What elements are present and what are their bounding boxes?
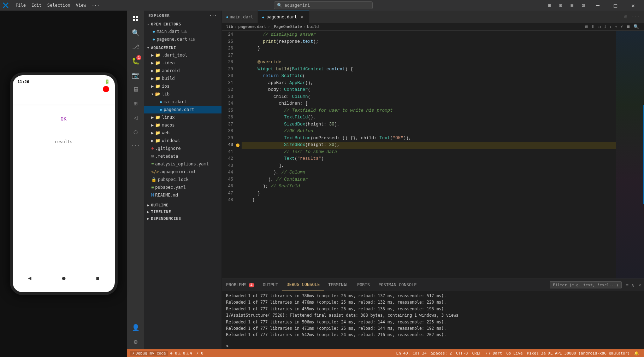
menu-more[interactable]: ··· [89, 2, 102, 8]
menu-file[interactable]: File [13, 2, 29, 8]
folder-icon-linux: 📁 [155, 115, 160, 120]
layout-icon-3[interactable]: ⊞ [567, 1, 577, 9]
status-line-ending[interactable]: CRLF [470, 351, 484, 356]
project-header[interactable]: ▾ AQUAGEMINI [144, 45, 221, 51]
tree-readme[interactable]: M README.md [144, 191, 221, 199]
tree-metadata[interactable]: ⊡ .metadata [144, 152, 221, 160]
toolbar-step-over-icon[interactable]: ⤵ [603, 23, 607, 30]
activity-camera[interactable]: 📷 [129, 69, 142, 81]
tree-ios[interactable]: ▶ 📁 ios [144, 82, 221, 90]
status-encoding[interactable]: UTF-8 [454, 351, 470, 356]
toolbar-step-out-icon[interactable]: ↑ [614, 23, 618, 30]
layout-icon-1[interactable]: ⊞ [544, 1, 554, 9]
tree-android[interactable]: ▶ 📁 android [144, 67, 221, 75]
tree-gitignore[interactable]: ⊗ .gitignore [144, 145, 221, 152]
status-golive[interactable]: Go Live [504, 351, 525, 356]
activity-monitor[interactable]: 🖥 [129, 83, 142, 95]
activity-more[interactable]: ··· [129, 139, 142, 152]
menu-selection[interactable]: Selection [45, 2, 73, 8]
status-position[interactable]: Ln 40, Col 34 [394, 351, 429, 356]
tree-web[interactable]: ▶ 📁 web [144, 129, 221, 137]
panel-close-icon[interactable]: ✕ [636, 282, 644, 288]
panel-tab-problems[interactable]: PROBLEMS 4 [222, 279, 259, 291]
toolbar-stop-icon[interactable]: ⏹ [625, 23, 631, 30]
status-bell-icon[interactable]: 🔔 [632, 351, 641, 356]
toolbar-restart-icon[interactable]: ↺ [598, 23, 602, 30]
tab-pageone-dart[interactable]: ◆ pageone.dart ✕ [258, 11, 309, 23]
layout-icon-2[interactable]: ⊟ [556, 1, 566, 9]
panel-tab-postman[interactable]: POSTMAN CONSOLE [374, 279, 421, 291]
phone-nav-home[interactable]: ● [62, 275, 66, 281]
breadcrumb-class[interactable]: _PageOneState [272, 24, 302, 29]
tree-linux[interactable]: ▶ 📁 linux [144, 113, 221, 121]
tree-iml[interactable]: </> aquagemini.iml [144, 168, 221, 176]
breadcrumb-method[interactable]: build [307, 24, 319, 29]
phone-nav-recent[interactable]: ■ [96, 275, 99, 281]
status-branch[interactable]: ⚡ Debug my code [130, 351, 168, 356]
code-line-39: TextButton(onPressed: () {}, child: Text… [242, 135, 616, 142]
tab-close-icon[interactable]: ✕ [299, 14, 305, 20]
activity-account[interactable]: 👤 [129, 321, 142, 334]
panel-tab-debug-console[interactable]: DEBUG CONSOLE [282, 279, 324, 291]
status-device[interactable]: Pixel 3a XL API 30000 (android-x86 emula… [525, 351, 632, 356]
layout-icon-4[interactable]: ⊡ [578, 1, 588, 9]
log-line-7: Reloaded 1 of 777 libraries in 542ms (co… [226, 332, 640, 338]
tree-idea[interactable]: ▶ 📁 .idea [144, 59, 221, 67]
activity-debug[interactable]: 🐛 1 [129, 54, 142, 67]
open-editor-item-main[interactable]: ◆ main.dart lib [144, 28, 221, 35]
status-language[interactable]: {} Dart [484, 351, 504, 356]
panel-filter-input[interactable]: Filter (e.g. text, !excl...) [550, 281, 621, 288]
status-errors[interactable]: ⊗ 0 ⚠ 0 ⚠ 4 [168, 351, 194, 356]
tree-analysis[interactable]: ≡ analysis_options.yaml [144, 160, 221, 168]
tree-build[interactable]: ▶ 📁 build [144, 75, 221, 82]
tree-pubspec-lock[interactable]: 🔒 pubspec.lock [144, 176, 221, 183]
open-editor-item-pageone[interactable]: ◆ pageone.dart lib [144, 35, 221, 43]
breadcrumb-lib[interactable]: lib [226, 24, 233, 29]
minimize-button[interactable]: ─ [590, 0, 606, 11]
tree-dart-tool[interactable]: ▶ 📁 .dart_tool [144, 51, 221, 59]
tree-macos[interactable]: ▶ 📁 macos [144, 121, 221, 129]
toolbar-pause-icon[interactable]: ⏸ [590, 23, 596, 30]
panel-tab-output[interactable]: OUTPUT [259, 279, 282, 291]
sidebar-more-icon[interactable]: ··· [209, 13, 217, 18]
status-debug[interactable]: ⚡ 0 [194, 351, 206, 356]
menu-view[interactable]: View [73, 2, 89, 8]
code-line-26: } [242, 45, 616, 52]
activity-run[interactable]: ◁ [129, 111, 142, 124]
status-spaces[interactable]: Spaces: 2 [429, 351, 454, 356]
split-editor-icon[interactable]: ⊞ [623, 13, 629, 20]
toolbar-search-icon[interactable]: 🔍 [633, 23, 640, 30]
panel-chevron-up-icon[interactable]: ∧ [630, 282, 636, 288]
toolbar-step-into-icon[interactable]: ↓ [609, 23, 613, 30]
activity-source-control[interactable]: ⎇ [129, 40, 142, 53]
more-editor-actions-icon[interactable]: ··· [630, 13, 641, 20]
tree-pubspec-yaml[interactable]: ≡ pubspec.yaml [144, 183, 221, 191]
tree-pageone-dart[interactable]: ◆ pageone.dart [144, 106, 221, 113]
code-line-35: // Textfield for user to write his promp… [242, 107, 616, 115]
toolbar-continue-icon[interactable]: ⚡ [620, 23, 624, 30]
dependencies-header[interactable]: ▶ DEPENDENCIES [144, 215, 221, 222]
tree-main-dart[interactable]: ◆ main.dart [144, 98, 221, 106]
tab-main-dart[interactable]: ◆ main.dart [222, 11, 258, 23]
panel-tab-ports[interactable]: PORTS [353, 279, 374, 291]
outline-header[interactable]: ▶ OUTLINE [144, 202, 221, 209]
search-bar[interactable]: 🔍 aquagemini [274, 1, 373, 9]
open-editors-header[interactable]: ▾ OPEN EDITORS [144, 21, 221, 28]
activity-search[interactable]: 🔍 [129, 26, 142, 39]
panel-tab-terminal[interactable]: TERMINAL [324, 279, 353, 291]
activity-explorer[interactable] [129, 12, 142, 25]
tree-windows[interactable]: ▶ 📁 windows [144, 137, 221, 145]
menu-edit[interactable]: Edit [29, 2, 45, 8]
activity-test[interactable]: ○ [129, 125, 142, 138]
tree-lib[interactable]: ▾ 📂 lib [144, 90, 221, 98]
panel-list-icon[interactable]: ≡ [625, 282, 630, 288]
activity-layout[interactable]: ⊞ [129, 97, 142, 110]
breadcrumb-file[interactable]: pageone.dart [238, 24, 266, 29]
toolbar-grid-icon[interactable]: ⊞ [585, 23, 589, 30]
timeline-header[interactable]: ▶ TIMELINE [144, 209, 221, 215]
close-button[interactable]: ✕ [625, 0, 641, 11]
gutter-indicator [236, 31, 242, 279]
phone-nav-back[interactable]: ◀ [28, 275, 31, 281]
maximize-button[interactable]: □ [607, 0, 624, 11]
activity-settings[interactable]: ⚙ [129, 335, 142, 348]
